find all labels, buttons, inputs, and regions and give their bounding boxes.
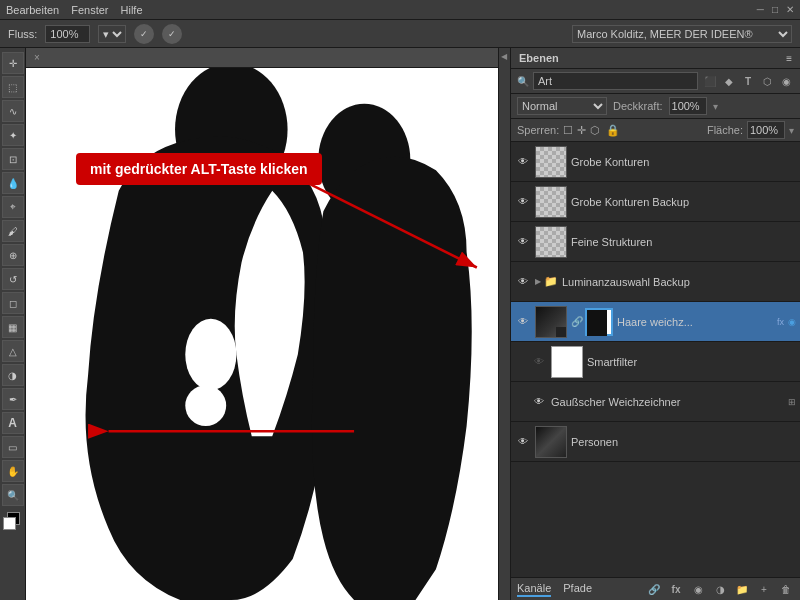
layer-item[interactable]: 👁 Gaußscher Weichzeichner ⊞ (511, 382, 800, 422)
lasso-tool[interactable]: ∿ (2, 100, 24, 122)
layer-visibility-icon[interactable]: 👁 (515, 154, 531, 170)
clone-tool[interactable]: ⊕ (2, 244, 24, 266)
layer-item[interactable]: 👁 Smartfilter (511, 342, 800, 382)
layer-name: Personen (571, 436, 796, 448)
panel-collapse[interactable]: ◀ (498, 48, 510, 600)
select-tool[interactable]: ⬚ (2, 76, 24, 98)
options-select-1[interactable]: ▾ (98, 25, 126, 43)
search-icon: 🔍 (517, 76, 529, 87)
lock-label: Sperren: (517, 124, 559, 136)
layer-item[interactable]: 👁 Feine Strukturen (511, 222, 800, 262)
close-btn[interactable]: ✕ (786, 4, 794, 15)
image-display: mit gedrückter ALT-Taste klicken (26, 68, 498, 600)
text-tool[interactable]: A (2, 412, 24, 434)
layer-item[interactable]: 👁 Personen (511, 422, 800, 462)
history-tool[interactable]: ↺ (2, 268, 24, 290)
new-group-btn[interactable]: 📁 (734, 581, 750, 597)
bg-color[interactable] (3, 517, 16, 530)
layer-options-icon[interactable]: ◉ (788, 317, 796, 327)
folder-icon: 📁 (544, 275, 558, 288)
shape-tool[interactable]: ▭ (2, 436, 24, 458)
crop-tool[interactable]: ⊡ (2, 148, 24, 170)
fill-label: Fläche: (707, 124, 743, 136)
layer-item[interactable]: 👁 Grobe Konturen Backup (511, 182, 800, 222)
layer-name: Gaußscher Weichzeichner (551, 396, 784, 408)
options-right: Marco Kolditz, MEER DER IDEEN® (572, 25, 792, 43)
layer-item[interactable]: 👁 ▶ 📁 Luminanzauswahl Backup (511, 262, 800, 302)
add-mask-btn[interactable]: ◉ (690, 581, 706, 597)
blend-row: Normal Deckkraft: ▾ (511, 94, 800, 119)
workspace: ✛ ⬚ ∿ ✦ ⊡ 💧 ⌖ 🖌 ⊕ ↺ ◻ ▦ △ ◑ ✒ A ▭ ✋ 🔍 × (0, 48, 800, 600)
hand-tool[interactable]: ✋ (2, 460, 24, 482)
filter-smart-icon[interactable]: ◉ (778, 73, 794, 89)
brush-icon[interactable]: ✓ (134, 24, 154, 44)
dodge-tool[interactable]: ◑ (2, 364, 24, 386)
opacity-dropdown[interactable]: ▾ (713, 101, 718, 112)
move-tool[interactable]: ✛ (2, 52, 24, 74)
opacity-input[interactable] (669, 97, 707, 115)
layer-name: Smartfilter (587, 356, 796, 368)
pen-tool[interactable]: ✒ (2, 388, 24, 410)
menu-item-fenster[interactable]: Fenster (71, 4, 108, 16)
filter-text-icon[interactable]: T (740, 73, 756, 89)
profile-select[interactable]: Marco Kolditz, MEER DER IDEEN® (572, 25, 792, 43)
maximize-btn[interactable]: □ (772, 4, 778, 15)
search-input[interactable] (533, 72, 698, 90)
brush-tool[interactable]: 🖌 (2, 220, 24, 242)
add-style-btn[interactable]: fx (668, 581, 684, 597)
magic-tool[interactable]: ✦ (2, 124, 24, 146)
layer-visibility-icon[interactable]: 👁 (515, 314, 531, 330)
layer-visibility-icon[interactable]: 👁 (515, 234, 531, 250)
layers-panel: Ebenen ≡ 🔍 ⬛ ◆ T ⬡ ◉ Normal (511, 48, 800, 600)
fill-dropdown[interactable]: ▾ (789, 125, 794, 136)
blur-tool[interactable]: △ (2, 340, 24, 362)
eraser-tool[interactable]: ◻ (2, 292, 24, 314)
layer-link-icon: 🔗 (571, 316, 581, 327)
minimize-btn[interactable]: ─ (757, 4, 764, 15)
layer-visibility-icon[interactable]: 👁 (531, 354, 547, 370)
fill-group: Fläche: ▾ (707, 121, 794, 139)
gradient-tool[interactable]: ▦ (2, 316, 24, 338)
filter-shape-icon[interactable]: ⬡ (759, 73, 775, 89)
fill-input[interactable] (747, 121, 785, 139)
layer-item[interactable]: 👁 Grobe Konturen (511, 142, 800, 182)
lock-art-icon[interactable]: ⬡ (590, 124, 600, 137)
layer-visibility-icon[interactable]: 👁 (515, 434, 531, 450)
layer-fx-icon: fx (777, 317, 784, 327)
lock-check-icon[interactable]: ☐ (563, 124, 573, 137)
layer-mask-thumbnail[interactable] (585, 308, 613, 336)
lock-all-icon[interactable]: 🔒 (606, 124, 620, 137)
link-layers-btn[interactable]: 🔗 (646, 581, 662, 597)
eyedrop-tool[interactable]: 💧 (2, 172, 24, 194)
lock-move-icon[interactable]: ✛ (577, 124, 586, 137)
menu-item-bearbeiten[interactable]: Bearbeiten (6, 4, 59, 16)
new-layer-btn[interactable]: + (756, 581, 772, 597)
layer-item-active[interactable]: 👁 🔗 Haare weichz... fx ◉ (511, 302, 800, 342)
delete-layer-btn[interactable]: 🗑 (778, 581, 794, 597)
svg-point-4 (185, 385, 226, 426)
airbrush-icon[interactable]: ✓ (162, 24, 182, 44)
folder-collapse-icon[interactable]: ▶ (535, 277, 541, 286)
zoom-tool[interactable]: 🔍 (2, 484, 24, 506)
tab-kanaele[interactable]: Kanäle (517, 582, 551, 597)
filter-options-icon[interactable]: ⊞ (788, 397, 796, 407)
panel-tabs: Kanäle Pfade (517, 582, 592, 597)
layer-visibility-icon[interactable]: 👁 (515, 194, 531, 210)
layer-folder-indicator: ▶ 📁 (535, 275, 558, 288)
tab-pfade[interactable]: Pfade (563, 582, 592, 597)
filter-adjust-icon[interactable]: ◆ (721, 73, 737, 89)
panel-menu-icon[interactable]: ≡ (786, 53, 792, 64)
menu-item-hilfe[interactable]: Hilfe (121, 4, 143, 16)
fill-layer-btn[interactable]: ◑ (712, 581, 728, 597)
heal-tool[interactable]: ⌖ (2, 196, 24, 218)
canvas-close[interactable]: × (34, 52, 40, 63)
layer-visibility-icon[interactable]: 👁 (531, 394, 547, 410)
blend-mode-select[interactable]: Normal (517, 97, 607, 115)
filter-pixel-icon[interactable]: ⬛ (702, 73, 718, 89)
menu-bar: Bearbeiten Fenster Hilfe ─ □ ✕ (0, 0, 800, 20)
canvas-tab: × (26, 48, 498, 68)
options-bar: Fluss: ▾ ✓ ✓ Marco Kolditz, MEER DER IDE… (0, 20, 800, 48)
fluss-label: Fluss: (8, 28, 37, 40)
layer-visibility-icon[interactable]: 👁 (515, 274, 531, 290)
fluss-input[interactable] (45, 25, 90, 43)
